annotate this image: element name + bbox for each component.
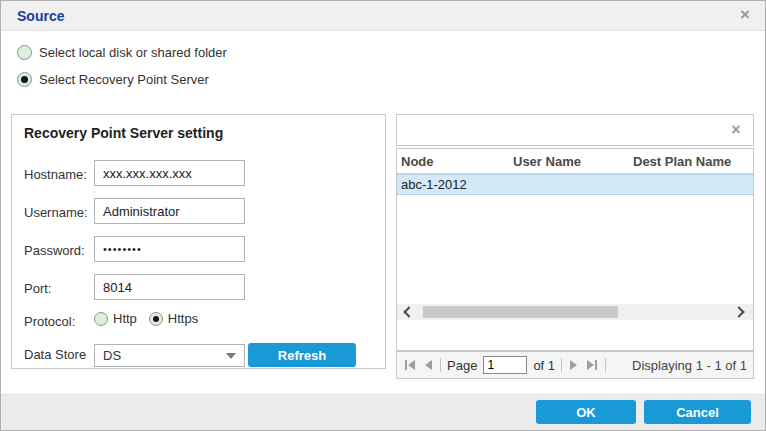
displaying-status: Displaying 1 - 1 of 1 — [632, 358, 747, 373]
panel-heading: Recovery Point Server setting — [24, 125, 223, 141]
radio-https-label: Https — [168, 311, 198, 326]
page-of-label: of 1 — [533, 358, 555, 373]
recovery-point-server-panel: Recovery Point Server setting Hostname: … — [11, 114, 386, 369]
next-page-button[interactable] — [568, 358, 579, 372]
port-label: Port: — [24, 281, 51, 296]
previous-page-button[interactable] — [423, 358, 434, 372]
refresh-button[interactable]: Refresh — [248, 343, 356, 367]
username-field[interactable] — [94, 198, 245, 224]
password-field[interactable] — [94, 236, 245, 262]
scroll-left-icon[interactable] — [403, 306, 414, 317]
divider — [440, 358, 441, 372]
radio-selected-icon — [149, 312, 163, 326]
radio-recovery-point-server[interactable]: Select Recovery Point Server — [17, 72, 209, 87]
cell-node: abc-1-2012 — [397, 177, 509, 192]
column-header-dest-plan-name[interactable]: Dest Plan Name — [629, 154, 753, 169]
ok-button[interactable]: OK — [536, 400, 636, 424]
table-row[interactable]: abc-1-2012 — [397, 174, 753, 195]
password-label: Password: — [24, 243, 85, 258]
node-table: Node User Name Dest Plan Name abc-1-2012 — [396, 148, 754, 351]
chevron-down-icon — [226, 353, 236, 359]
radio-http-label: Http — [113, 311, 137, 326]
node-list-toolbar: × — [396, 114, 754, 146]
radio-recovery-point-server-label: Select Recovery Point Server — [39, 72, 209, 87]
dialog-footer: OK Cancel — [1, 394, 766, 431]
first-page-button[interactable] — [403, 358, 417, 372]
radio-unselected-icon — [17, 45, 32, 60]
close-icon[interactable]: × — [727, 121, 745, 139]
column-header-node[interactable]: Node — [397, 154, 509, 169]
page-number-input[interactable] — [483, 356, 527, 374]
divider — [561, 358, 562, 372]
data-store-select[interactable]: DS — [94, 344, 245, 367]
radio-https[interactable]: Https — [149, 311, 198, 326]
data-store-label: Data Store — [24, 347, 86, 362]
port-field[interactable] — [94, 274, 245, 300]
scrollbar-thumb[interactable] — [423, 306, 618, 318]
horizontal-scrollbar[interactable] — [397, 304, 753, 320]
page-label: Page — [447, 358, 477, 373]
username-label: Username: — [24, 205, 88, 220]
table-header-row: Node User Name Dest Plan Name — [397, 149, 753, 174]
hostname-field[interactable] — [94, 160, 245, 186]
source-dialog: Source × Select local disk or shared fol… — [0, 0, 766, 431]
column-header-user-name[interactable]: User Name — [509, 154, 629, 169]
radio-http[interactable]: Http — [94, 311, 137, 326]
protocol-label: Protocol: — [24, 314, 75, 329]
scroll-right-icon[interactable] — [733, 306, 744, 317]
radio-selected-icon — [17, 72, 32, 87]
dialog-title: Source — [17, 1, 64, 31]
data-store-value: DS — [95, 348, 226, 363]
radio-local-disk[interactable]: Select local disk or shared folder — [17, 45, 227, 60]
protocol-options: Http Https — [94, 311, 198, 326]
divider — [605, 358, 606, 372]
close-icon[interactable]: × — [735, 5, 755, 25]
last-page-button[interactable] — [585, 358, 599, 372]
radio-local-disk-label: Select local disk or shared folder — [39, 45, 227, 60]
dialog-titlebar: Source × — [1, 1, 766, 31]
radio-unselected-icon — [94, 312, 108, 326]
hostname-label: Hostname: — [24, 167, 87, 182]
cancel-button[interactable]: Cancel — [644, 400, 751, 424]
pagination-bar: Page of 1 Displaying 1 - 1 of 1 — [396, 351, 754, 379]
